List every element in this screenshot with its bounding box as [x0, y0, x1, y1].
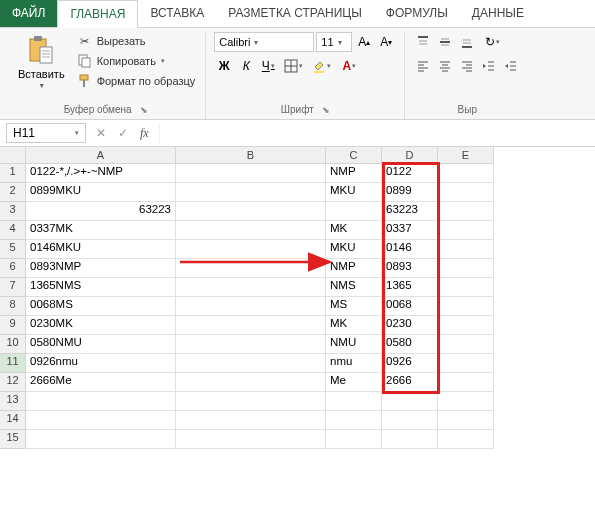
font-color-button[interactable]: A▾ — [336, 56, 362, 76]
fx-icon[interactable]: fx — [140, 126, 149, 141]
cell[interactable]: Me — [326, 373, 382, 392]
bold-button[interactable]: Ж — [214, 56, 234, 76]
cell[interactable]: 0926 — [382, 354, 438, 373]
cell[interactable] — [176, 297, 326, 316]
cell[interactable]: NMU — [326, 335, 382, 354]
cell[interactable] — [438, 430, 494, 449]
cell[interactable] — [176, 430, 326, 449]
cell[interactable]: MK — [326, 221, 382, 240]
cell[interactable]: 0146 — [382, 240, 438, 259]
cell[interactable]: MK — [326, 316, 382, 335]
row-header[interactable]: 8 — [0, 297, 26, 316]
cell[interactable]: 63223 — [382, 202, 438, 221]
cell[interactable] — [176, 278, 326, 297]
row-header[interactable]: 7 — [0, 278, 26, 297]
cell[interactable] — [382, 411, 438, 430]
align-center-button[interactable] — [435, 56, 455, 76]
row-header[interactable]: 9 — [0, 316, 26, 335]
cell[interactable]: NMP — [326, 259, 382, 278]
increase-font-button[interactable]: A▴ — [354, 32, 374, 52]
cell[interactable]: 0068 — [382, 297, 438, 316]
cell[interactable] — [438, 202, 494, 221]
row-header[interactable]: 14 — [0, 411, 26, 430]
cell[interactable]: 0899 — [382, 183, 438, 202]
row-header[interactable]: 6 — [0, 259, 26, 278]
align-top-button[interactable] — [413, 32, 433, 52]
cell[interactable]: NMS — [326, 278, 382, 297]
decrease-font-button[interactable]: A▾ — [376, 32, 396, 52]
cell[interactable] — [438, 240, 494, 259]
cell[interactable]: 0580NMU — [26, 335, 176, 354]
cell[interactable] — [326, 392, 382, 411]
cell[interactable] — [438, 335, 494, 354]
row-header[interactable]: 4 — [0, 221, 26, 240]
cell[interactable]: 0893 — [382, 259, 438, 278]
italic-button[interactable]: К — [236, 56, 256, 76]
cell[interactable]: MKU — [326, 183, 382, 202]
font-name-select[interactable]: Calibri▾ — [214, 32, 314, 52]
cell[interactable] — [176, 316, 326, 335]
col-header-D[interactable]: D — [382, 147, 438, 164]
copy-button[interactable]: Копировать ▾ — [75, 52, 198, 70]
cell[interactable] — [176, 373, 326, 392]
cell[interactable] — [438, 221, 494, 240]
cell[interactable] — [176, 259, 326, 278]
cell[interactable] — [438, 373, 494, 392]
tab-insert[interactable]: ВСТАВКА — [138, 0, 216, 27]
cell[interactable]: 0580 — [382, 335, 438, 354]
align-right-button[interactable] — [457, 56, 477, 76]
tab-formulas[interactable]: ФОРМУЛЫ — [374, 0, 460, 27]
row-header[interactable]: 11 — [0, 354, 26, 373]
cell[interactable] — [26, 392, 176, 411]
cell[interactable]: 0068MS — [26, 297, 176, 316]
cell[interactable] — [382, 392, 438, 411]
format-painter-button[interactable]: Формат по образцу — [75, 72, 198, 90]
cell[interactable] — [176, 202, 326, 221]
row-header[interactable]: 10 — [0, 335, 26, 354]
col-header-B[interactable]: B — [176, 147, 326, 164]
cell[interactable] — [438, 259, 494, 278]
cell[interactable]: 2666 — [382, 373, 438, 392]
row-header[interactable]: 12 — [0, 373, 26, 392]
cell[interactable] — [176, 411, 326, 430]
cell[interactable]: 1365NMS — [26, 278, 176, 297]
cell[interactable]: 0230MK — [26, 316, 176, 335]
cell[interactable] — [438, 278, 494, 297]
col-header-A[interactable]: A — [26, 147, 176, 164]
dialog-launcher-icon[interactable]: ⬊ — [140, 105, 148, 115]
row-header[interactable]: 5 — [0, 240, 26, 259]
row-header[interactable]: 3 — [0, 202, 26, 221]
cell[interactable]: 0337MK — [26, 221, 176, 240]
cell[interactable] — [176, 392, 326, 411]
cell[interactable] — [438, 164, 494, 183]
cell[interactable]: MS — [326, 297, 382, 316]
paste-button[interactable]: Вставить ▼ — [14, 32, 69, 91]
cell[interactable]: 0337 — [382, 221, 438, 240]
cell[interactable]: 0122 — [382, 164, 438, 183]
cell[interactable] — [176, 240, 326, 259]
cell[interactable] — [326, 411, 382, 430]
underline-button[interactable]: Ч▾ — [258, 56, 278, 76]
cell[interactable] — [382, 430, 438, 449]
cell[interactable]: 0230 — [382, 316, 438, 335]
cell[interactable]: MKU — [326, 240, 382, 259]
tab-page-layout[interactable]: РАЗМЕТКА СТРАНИЦЫ — [216, 0, 374, 27]
cell[interactable] — [326, 430, 382, 449]
cell[interactable] — [326, 202, 382, 221]
cell[interactable] — [26, 430, 176, 449]
cell[interactable]: nmu — [326, 354, 382, 373]
tab-data[interactable]: ДАННЫЕ — [460, 0, 536, 27]
cell[interactable]: 0122-*,/.>+-~NMP — [26, 164, 176, 183]
align-left-button[interactable] — [413, 56, 433, 76]
cell[interactable] — [438, 297, 494, 316]
cell[interactable] — [438, 411, 494, 430]
tab-file[interactable]: ФАЙЛ — [0, 0, 57, 27]
cancel-icon[interactable]: ✕ — [96, 126, 106, 140]
row-header[interactable]: 13 — [0, 392, 26, 411]
font-size-select[interactable]: 11▾ — [316, 32, 352, 52]
row-header[interactable]: 2 — [0, 183, 26, 202]
fill-color-button[interactable]: ▾ — [308, 56, 334, 76]
cell[interactable]: 0899MKU — [26, 183, 176, 202]
row-header[interactable]: 1 — [0, 164, 26, 183]
borders-button[interactable]: ▾ — [280, 56, 306, 76]
